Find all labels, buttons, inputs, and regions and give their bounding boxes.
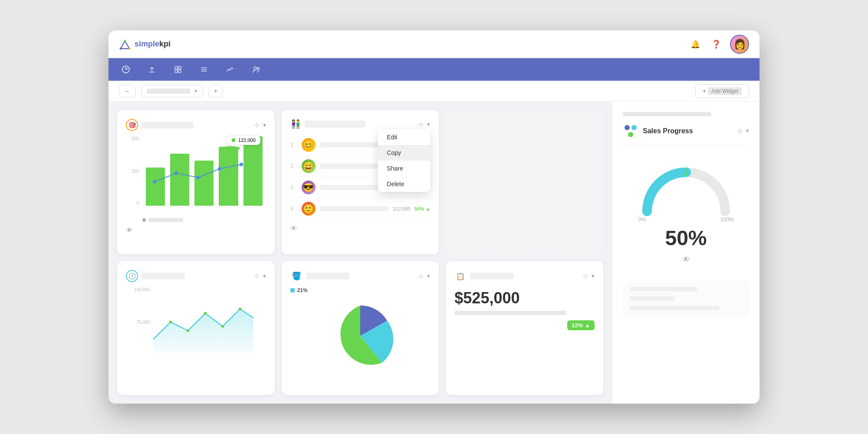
card5-header: 📋 ⊹ ▾ bbox=[454, 270, 595, 282]
card1-chart-area: 500 250 0 122,000 12% ▲ bbox=[126, 136, 266, 223]
card3-line-container bbox=[153, 287, 266, 357]
panel-top-placeholder bbox=[623, 112, 711, 116]
card1-eye-icon[interactable]: 👁 bbox=[126, 227, 266, 234]
person-row-4: 4 🙂 212,000 56% ▲ bbox=[290, 198, 431, 220]
notification-icon[interactable]: 🔔 bbox=[688, 37, 702, 51]
y-label-500: 500 bbox=[126, 136, 139, 141]
pie-legend: 21% bbox=[290, 287, 431, 293]
nav-item-upload[interactable] bbox=[145, 62, 159, 76]
card5-badge: 12% ▲ bbox=[567, 320, 595, 330]
svg-point-10 bbox=[257, 68, 260, 70]
card-placeholder-3 bbox=[446, 110, 603, 254]
toolbar: ← ▾ + + Add Widget bbox=[108, 81, 760, 102]
main: 🎯 ⊹ ▾ 500 250 0 bbox=[108, 102, 760, 404]
card5-badge-container: 12% ▲ bbox=[454, 320, 595, 330]
card5-expand-icon[interactable]: ▾ bbox=[592, 273, 595, 279]
y-label-0: 0 bbox=[126, 201, 139, 206]
menu-item-share[interactable]: Share bbox=[378, 161, 430, 176]
card-bar-chart: 🎯 ⊹ ▾ 500 250 0 bbox=[117, 110, 275, 254]
card5-move-icon[interactable]: ⊹ bbox=[583, 273, 588, 279]
nav-item-users[interactable] bbox=[249, 62, 263, 76]
line-chart-svg bbox=[146, 136, 263, 206]
gauge-labels: 0% 100% bbox=[638, 217, 734, 223]
logo: simplekpi bbox=[119, 38, 171, 50]
line3-pt-1 bbox=[169, 321, 172, 323]
panel-second-card bbox=[623, 280, 749, 317]
panel-title-row: Sales Progress bbox=[623, 123, 693, 139]
card4-actions: ⊹ ▾ bbox=[418, 273, 430, 279]
gauge-container: 0% 100% 50% 👁 bbox=[623, 155, 749, 273]
avatar[interactable]: 👩 bbox=[730, 35, 749, 54]
panel-kpi-icon bbox=[623, 123, 638, 139]
person-pct-4: 56% ▲ bbox=[414, 206, 430, 211]
dashboard: 🎯 ⊹ ▾ 500 250 0 bbox=[108, 102, 612, 404]
card2-actions: ⊹ ▾ bbox=[418, 121, 430, 128]
card4-title-placeholder bbox=[306, 273, 349, 279]
card3-title-placeholder bbox=[141, 273, 185, 279]
card3-move-icon[interactable]: ⊹ bbox=[254, 273, 260, 279]
gauge-min-label: 0% bbox=[638, 217, 646, 223]
card1-expand-icon[interactable]: ▾ bbox=[263, 122, 266, 128]
card1-icon: 🎯 bbox=[126, 119, 138, 131]
nav-item-analytics[interactable] bbox=[223, 62, 237, 76]
svg-rect-8 bbox=[178, 70, 181, 72]
logo-text: simplekpi bbox=[135, 39, 171, 49]
card3-expand-icon[interactable]: ▾ bbox=[263, 273, 266, 279]
card2-move-icon[interactable]: ⊹ bbox=[418, 121, 424, 128]
card2-title-area: 👫 bbox=[290, 119, 365, 129]
card4-icon: 🪣 bbox=[290, 270, 302, 282]
card4-expand-icon[interactable]: ▾ bbox=[427, 273, 430, 279]
nav-item-grid[interactable] bbox=[171, 62, 185, 76]
card5-title-placeholder bbox=[470, 273, 513, 279]
panel-expand-icon[interactable]: ⊹ bbox=[737, 127, 743, 135]
line3-pt-4 bbox=[221, 325, 224, 328]
panel-actions: ⊹ ▾ bbox=[737, 127, 749, 135]
header: simplekpi 🔔 ❓ 👩 bbox=[108, 30, 760, 58]
toolbar-back-btn[interactable]: ← bbox=[119, 85, 136, 97]
svg-rect-6 bbox=[178, 66, 181, 69]
card3-actions: ⊹ ▾ bbox=[254, 273, 266, 279]
card3-icon: 🕐 bbox=[126, 270, 138, 282]
gauge-value: 50% bbox=[665, 226, 707, 250]
person-value-4: 212,000 bbox=[393, 206, 411, 211]
person-avatar-4: 🙂 bbox=[302, 202, 316, 216]
menu-item-delete[interactable]: Delete bbox=[378, 176, 430, 192]
card4-move-icon[interactable]: ⊹ bbox=[418, 273, 424, 279]
person-num-4: 4 bbox=[290, 206, 297, 212]
svg-point-1 bbox=[124, 39, 126, 42]
card2-title-placeholder bbox=[305, 121, 365, 128]
card2-eye-icon[interactable]: 👁 bbox=[290, 225, 431, 233]
panel-collapse-icon[interactable]: ▾ bbox=[746, 127, 749, 135]
logo-icon bbox=[119, 38, 131, 50]
toolbar-title-placeholder bbox=[147, 89, 190, 94]
panel-eye-icon[interactable]: 👁 bbox=[682, 255, 690, 264]
pie-legend-dot bbox=[290, 288, 295, 293]
line-point-4 bbox=[218, 167, 221, 171]
card1-move-icon[interactable]: ⊹ bbox=[254, 122, 260, 128]
toolbar-dropdown[interactable]: ▾ bbox=[141, 85, 203, 97]
nav-item-list[interactable] bbox=[197, 62, 211, 76]
help-icon[interactable]: ❓ bbox=[709, 37, 723, 51]
menu-item-edit[interactable]: Edit bbox=[378, 129, 430, 145]
chart-tooltip: 122,000 bbox=[227, 135, 260, 145]
card2-header: 👫 ⊹ ▾ bbox=[290, 119, 431, 129]
nav-item-dashboard[interactable] bbox=[119, 62, 133, 76]
card4-header: 🪣 ⊹ ▾ bbox=[290, 270, 431, 282]
person-num-1: 1 bbox=[290, 142, 297, 148]
svg-rect-5 bbox=[175, 66, 178, 69]
card2-expand-icon[interactable]: ▾ bbox=[427, 121, 430, 128]
add-widget-btn[interactable]: + Add Widget bbox=[695, 84, 749, 98]
toolbar-add-btn[interactable]: + bbox=[208, 85, 223, 97]
pie-container bbox=[290, 297, 431, 375]
card5-title-area: 📋 bbox=[454, 270, 513, 282]
chart-legend bbox=[126, 218, 266, 222]
menu-item-copy[interactable]: Copy bbox=[378, 145, 430, 161]
navbar bbox=[108, 58, 760, 81]
person-avatar-2: 😄 bbox=[302, 159, 316, 173]
card-pie-kpi: 🪣 ⊹ ▾ 21% bbox=[282, 261, 439, 395]
card5-actions: ⊹ ▾ bbox=[583, 273, 595, 279]
card5-bar-placeholder bbox=[454, 311, 566, 315]
y3-label-75k: 75,000 bbox=[126, 320, 150, 325]
line3-pt-2 bbox=[187, 329, 189, 332]
svg-point-12 bbox=[625, 125, 630, 130]
